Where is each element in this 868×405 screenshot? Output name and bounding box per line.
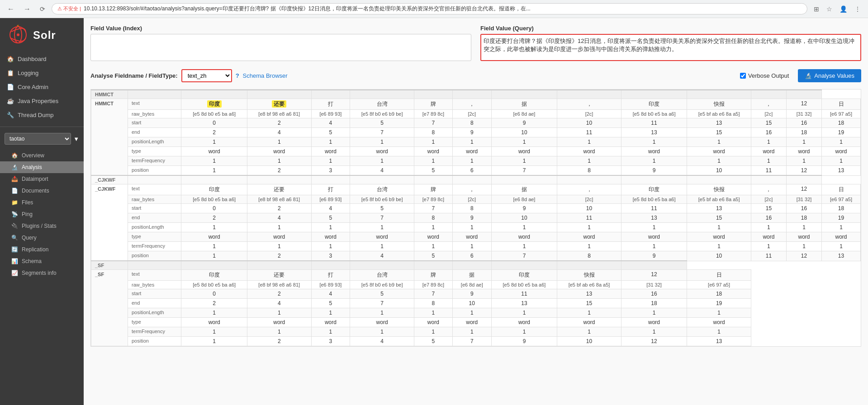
logging-icon: 📋: [7, 70, 14, 76]
fieldtype-select[interactable]: text_zh text_general string: [181, 69, 232, 82]
core-nav-analysis[interactable]: 🔬 Analysis: [0, 161, 84, 173]
token-cell: 7: [414, 204, 452, 213]
token-cell: word: [350, 232, 414, 242]
core-nav-label-replication: Replication: [22, 246, 48, 253]
row-label: raw_bytes: [128, 195, 181, 204]
verbose-checkbox[interactable]: [740, 73, 746, 79]
section-label: HMMCT: [91, 99, 128, 176]
field-value-index-label: Field Value (Index): [90, 25, 471, 32]
core-nav-ping[interactable]: 📡 Ping: [0, 208, 84, 220]
token-cell: 8: [414, 128, 452, 137]
core-nav-schema[interactable]: 📊 Schema: [0, 255, 84, 267]
row-label: termFrequency: [128, 242, 181, 251]
token-cell: 印度: [491, 270, 557, 281]
token-cell: 13: [687, 204, 751, 213]
token-cell: [e5 8d b0 e5 ba a6]: [621, 110, 687, 118]
token-cell: 15: [751, 118, 786, 128]
token-cell: [e7 89 8c]: [414, 281, 452, 289]
token-cell: 1: [452, 137, 491, 147]
schema-browser-link[interactable]: Schema Browser: [243, 72, 288, 79]
token-cell: 1: [491, 137, 557, 147]
token-cell: 12: [786, 166, 821, 176]
token-cell: word: [181, 232, 247, 242]
token-cell: 10: [557, 118, 621, 128]
token-cell: word: [414, 147, 452, 156]
token-cell: 10: [491, 213, 557, 223]
address-bar[interactable]: ⚠ 不安全 | 10.10.13.122:8983/solr/#/taotao/…: [52, 3, 807, 14]
token-cell: 1: [181, 223, 247, 232]
core-select[interactable]: taotao: [5, 133, 71, 145]
token-cell: word: [557, 318, 621, 327]
schema-icon: 📊: [11, 258, 18, 264]
token-cell: 印度: [181, 270, 247, 281]
sidebar-item-thread-dump[interactable]: 🔧 Thread Dump: [0, 108, 84, 122]
sidebar-label-core-admin: Core Admin: [18, 84, 48, 90]
token-cell: word: [491, 318, 557, 327]
token-cell: 1: [311, 242, 350, 251]
core-nav-documents[interactable]: 📄 Documents: [0, 185, 84, 197]
token-cell: ，: [452, 99, 491, 110]
token-cell: [e8 bf 98 e8 a6 81]: [247, 110, 311, 118]
core-nav-query[interactable]: 🔍 Query: [0, 232, 84, 244]
reload-button[interactable]: ⟳: [37, 5, 48, 14]
token-cell: word: [311, 147, 350, 156]
token-cell: 13: [557, 289, 621, 299]
menu-button[interactable]: ⋮: [852, 5, 863, 14]
profile-button[interactable]: 👤: [837, 5, 850, 14]
sidebar-item-core-admin[interactable]: 📄 Core Admin: [0, 80, 84, 94]
token-cell: word: [557, 232, 621, 242]
token-cell: 18: [822, 204, 861, 213]
row-label: end: [128, 128, 181, 137]
core-selector-arrow: ▼: [73, 136, 79, 142]
token-cell: 1: [452, 156, 491, 166]
core-nav-overview[interactable]: 🏠 Overview: [0, 150, 84, 161]
main-content: Field Value (Index) Field Value (Query) …: [84, 18, 868, 405]
token-cell: word: [311, 232, 350, 242]
table-row: start0245789101113151618: [91, 118, 861, 128]
token-cell: word: [311, 318, 350, 327]
sidebar-item-java-properties[interactable]: ☕ Java Properties: [0, 94, 84, 108]
forward-button[interactable]: →: [21, 4, 33, 14]
table-row: positionLength1111111111111: [91, 223, 861, 232]
core-nav-files[interactable]: 📁 Files: [0, 197, 84, 208]
verbose-label: Verbose Output: [748, 72, 789, 79]
token-cell: 1: [350, 156, 414, 166]
core-nav-replication[interactable]: 🔄 Replication: [0, 244, 84, 255]
token-cell: 7: [350, 213, 414, 223]
token-cell: [2c]: [452, 195, 491, 204]
token-cell: 1: [557, 242, 621, 251]
token-cell: ，: [557, 99, 621, 110]
core-nav-label-segments: Segments info: [22, 270, 57, 276]
token-cell: 5: [350, 118, 414, 128]
token-cell: 13: [491, 299, 557, 308]
token-cell: 7: [491, 251, 557, 261]
token-cell: 3: [311, 166, 350, 176]
back-button[interactable]: ←: [5, 4, 17, 14]
token-cell: 打: [311, 184, 350, 195]
field-value-index-input[interactable]: [90, 34, 471, 61]
field-value-query-input[interactable]: 印度还要打台湾牌？据《印度快报》12日消息，印度将派一名负责处理印美关系的资深外…: [480, 34, 861, 61]
token-cell: 1: [786, 156, 821, 166]
token-cell: 1: [621, 223, 687, 232]
core-nav-dataimport[interactable]: 📥 Dataimport: [0, 173, 84, 185]
bookmark-button[interactable]: ☆: [824, 5, 835, 14]
core-nav-segments[interactable]: 📈 Segments info: [0, 267, 84, 279]
sidebar-item-dashboard[interactable]: 🏠 Dashboard: [0, 52, 84, 66]
token-cell: 9: [491, 118, 557, 128]
token-cell: 1: [822, 242, 861, 251]
token-cell: 1: [247, 308, 311, 318]
token-cell: word: [557, 147, 621, 156]
token-cell: 打: [311, 99, 350, 110]
token-cell: 1: [414, 308, 452, 318]
section-label: _CJKWF: [91, 184, 128, 261]
token-cell: 台湾: [350, 184, 414, 195]
token-cell: 16: [751, 213, 786, 223]
token-cell: 15: [751, 204, 786, 213]
analyse-button[interactable]: 🔬 Analyse Values: [798, 69, 861, 82]
token-cell: 7: [414, 118, 452, 128]
query-icon: 🔍: [11, 235, 18, 241]
sidebar-item-logging[interactable]: 📋 Logging: [0, 66, 84, 80]
extensions-button[interactable]: ⊞: [811, 5, 822, 14]
token-cell: 1: [621, 242, 687, 251]
core-nav-plugins[interactable]: 🔌 Plugins / Stats: [0, 220, 84, 232]
